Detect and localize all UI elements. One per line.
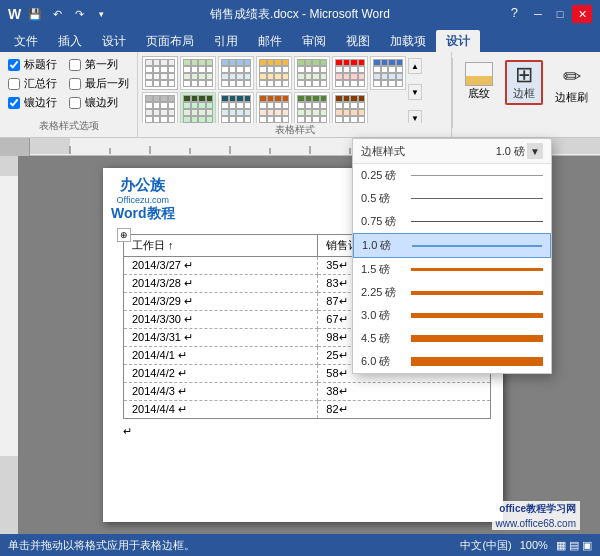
word-logo-icon: W	[8, 6, 21, 22]
table-styles-gallery	[142, 56, 406, 123]
word-tutorial-text: Word教程	[111, 205, 175, 223]
title-bar: W 💾 ↶ ↷ ▼ 销售成绩表.docx - Microsoft Word ? …	[0, 0, 600, 28]
border-line-025	[411, 175, 543, 176]
table-style-6[interactable]	[332, 56, 368, 90]
table-cell-date: 2014/3/28 ↵	[124, 275, 318, 293]
tab-page-layout[interactable]: 页面布局	[136, 30, 204, 52]
minimize-button[interactable]: ─	[528, 5, 548, 23]
quick-access-toolbar: W 💾 ↶ ↷ ▼	[8, 6, 109, 22]
shading-button[interactable]: 底纹	[459, 60, 499, 103]
tab-design1[interactable]: 设计	[92, 30, 136, 52]
help-icon[interactable]: ?	[511, 5, 518, 23]
table-style-8[interactable]	[142, 92, 178, 123]
border-brush-label: 边框刷	[555, 90, 588, 105]
table-move-handle[interactable]: ⊕	[117, 228, 131, 242]
close-button[interactable]: ✕	[572, 5, 592, 23]
language-indicator: 中文(中国)	[460, 538, 511, 553]
bottom-brand: office教程学习网 www.office68.com	[492, 501, 580, 530]
table-cell-date: 2014/3/27 ↵	[124, 257, 318, 275]
table-cell-value: 82↵	[318, 401, 491, 419]
table-cell-date: 2014/4/4 ↵	[124, 401, 318, 419]
checkbox-header-row[interactable]: 标题行	[8, 56, 57, 73]
border-option-225[interactable]: 2.25 磅	[353, 281, 551, 304]
table-style-12[interactable]	[294, 92, 330, 123]
table-style-options-group: 标题行 汇总行 镶边行 第一列 最后一列 镶边列	[0, 52, 138, 137]
table-style-13[interactable]	[332, 92, 368, 123]
border-option-45[interactable]: 4.5 磅	[353, 327, 551, 350]
window-controls: ? ─ □ ✕	[511, 5, 592, 23]
undo-icon[interactable]: ↶	[49, 6, 65, 22]
table-cell-date: 2014/3/29 ↵	[124, 293, 318, 311]
gallery-expand-button[interactable]: ▼	[408, 110, 422, 123]
maximize-button[interactable]: □	[550, 5, 570, 23]
gallery-up-button[interactable]: ▲	[408, 58, 422, 74]
table-row: 2014/4/3 ↵38↵	[124, 383, 491, 401]
tab-references[interactable]: 引用	[204, 30, 248, 52]
border-line-60	[411, 357, 543, 366]
border-line-10	[412, 245, 542, 247]
office-logo-text: 办公族	[111, 176, 175, 195]
border-option-075[interactable]: 0.75 磅	[353, 210, 551, 233]
table-cell-value: 38↵	[318, 383, 491, 401]
checkbox-banded-rows[interactable]: 镶边行	[8, 94, 57, 111]
table-style-4[interactable]	[256, 56, 292, 90]
redo-icon[interactable]: ↷	[71, 6, 87, 22]
checkbox-total-row[interactable]: 汇总行	[8, 75, 57, 92]
tab-addins[interactable]: 加载项	[380, 30, 436, 52]
table-cell-date: 2014/3/31 ↵	[124, 329, 318, 347]
table-styles-label: 表格样式	[142, 123, 447, 137]
border-style-dropdown: 边框样式 1.0 磅 ▼ 0.25 磅 0.5 磅 0.75 磅 1.0 磅 1…	[352, 138, 552, 374]
shading-label: 底纹	[468, 86, 490, 101]
checkbox-banded-cols[interactable]: 镶边列	[69, 94, 129, 111]
border-dropdown-arrow[interactable]: ▼	[527, 143, 543, 159]
tab-review[interactable]: 审阅	[292, 30, 336, 52]
status-message: 单击并拖动以将格式应用于表格边框。	[8, 538, 195, 553]
border-icon: ⊞	[515, 64, 533, 86]
border-line-30	[411, 313, 543, 318]
gallery-down-button[interactable]: ▼	[408, 84, 422, 100]
save-icon[interactable]: 💾	[27, 6, 43, 22]
border-button[interactable]: ⊞ 边框	[505, 60, 543, 105]
border-option-30[interactable]: 3.0 磅	[353, 304, 551, 327]
table-style-11[interactable]	[256, 92, 292, 123]
table-style-9[interactable]	[180, 92, 216, 123]
customize-icon[interactable]: ▼	[93, 6, 109, 22]
checkbox-last-col[interactable]: 最后一列	[69, 75, 129, 92]
border-option-025[interactable]: 0.25 磅	[353, 164, 551, 187]
gallery-scroll: ▲ ▼ ▼	[406, 56, 424, 123]
ribbon-tab-bar: 文件 插入 设计 页面布局 引用 邮件 审阅 视图 加载项 设计	[0, 28, 600, 52]
border-dropdown-title: 边框样式	[361, 144, 405, 159]
border-option-10[interactable]: 1.0 磅	[353, 233, 551, 258]
tab-file[interactable]: 文件	[4, 30, 48, 52]
border-brush-button[interactable]: ✏ 边框刷	[549, 60, 594, 109]
table-style-5[interactable]	[294, 56, 330, 90]
table-style-3[interactable]	[218, 56, 254, 90]
border-brush-icon: ✏	[563, 64, 581, 90]
table-cell-date: 2014/4/1 ↵	[124, 347, 318, 365]
window-title: 销售成绩表.docx - Microsoft Word	[210, 6, 390, 23]
status-left: 单击并拖动以将格式应用于表格边框。	[8, 538, 195, 553]
border-line-225	[411, 291, 543, 295]
brand-line1: office教程学习网	[492, 501, 580, 517]
table-style-10[interactable]	[218, 92, 254, 123]
table-style-plain[interactable]	[142, 56, 178, 90]
tab-view[interactable]: 视图	[336, 30, 380, 52]
border-dropdown-value: 1.0 磅	[496, 144, 525, 159]
tab-design-active[interactable]: 设计	[436, 30, 480, 52]
border-line-45	[411, 335, 543, 342]
border-shading-group: 底纹 ⊞ 边框 ✏ 边框刷	[453, 52, 600, 137]
border-line-05	[411, 198, 543, 199]
border-option-15[interactable]: 1.5 磅	[353, 258, 551, 281]
border-label: 边框	[513, 86, 535, 101]
table-style-7[interactable]	[370, 56, 406, 90]
status-bar: 单击并拖动以将格式应用于表格边框。 中文(中国) 100% ▦ ▤ ▣	[0, 534, 600, 556]
checkbox-first-col[interactable]: 第一列	[69, 56, 129, 73]
border-option-05[interactable]: 0.5 磅	[353, 187, 551, 210]
tab-mail[interactable]: 邮件	[248, 30, 292, 52]
border-option-60[interactable]: 6.0 磅	[353, 350, 551, 373]
office-logo: 办公族 Officezu.com Word教程	[111, 176, 175, 223]
tab-insert[interactable]: 插入	[48, 30, 92, 52]
svg-rect-13	[0, 176, 18, 456]
table-style-2[interactable]	[180, 56, 216, 90]
table-cell-date: 2014/4/2 ↵	[124, 365, 318, 383]
